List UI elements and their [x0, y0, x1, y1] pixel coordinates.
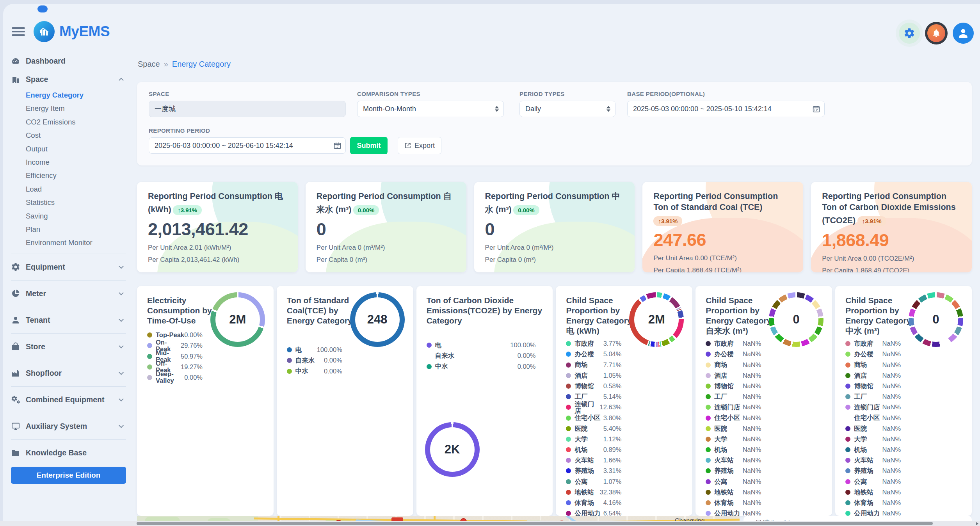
legend-item[interactable]: 体育场4.16%	[566, 498, 621, 508]
comparison-types-select[interactable]: Month-On-Month	[357, 101, 504, 117]
legend-item[interactable]: 电100.00%	[287, 345, 342, 355]
legend-item[interactable]: 养殖场NaN%	[706, 466, 761, 476]
sidebar-subitem-co2-emissions[interactable]: CO2 Emissions	[11, 116, 126, 129]
legend-item[interactable]: 商场NaN%	[706, 360, 761, 370]
sidebar-subitem-efficiency[interactable]: Efficiency	[11, 169, 126, 182]
legend-item[interactable]: 工厂NaN%	[845, 391, 901, 402]
space-input[interactable]	[149, 101, 346, 117]
legend-item[interactable]: 公寓NaN%	[706, 476, 761, 487]
legend-item[interactable]: 连锁门店12.63%	[566, 402, 621, 412]
legend-item[interactable]: 机场NaN%	[706, 444, 761, 455]
legend-item[interactable]: 体育场NaN%	[706, 498, 761, 508]
sidebar-item-dashboard[interactable]: Dashboard	[11, 52, 126, 70]
calendar-icon[interactable]	[812, 105, 820, 113]
legend-item[interactable]: 办公楼NaN%	[845, 349, 901, 359]
settings-gear-icon[interactable]	[899, 23, 920, 44]
export-button[interactable]: Export	[398, 137, 441, 154]
scrollbar-right-arrow-icon[interactable]	[976, 522, 978, 525]
sidebar-subitem-load[interactable]: Load	[11, 183, 126, 196]
period-types-select[interactable]: Daily	[519, 101, 615, 117]
legend-item[interactable]: 大学NaN%	[845, 434, 901, 444]
legend-item[interactable]: 地铁站32.38%	[566, 487, 621, 498]
legend-item[interactable]: 住宅小区NaN%	[845, 412, 901, 423]
legend-item[interactable]: 连锁门店NaN%	[845, 402, 901, 412]
legend-item[interactable]: 养殖场NaN%	[845, 466, 901, 476]
legend-item[interactable]: 连锁门店NaN%	[706, 402, 761, 412]
legend-item[interactable]: 公用动力6.54%	[566, 508, 621, 516]
breadcrumb-current[interactable]: Energy Category	[172, 60, 231, 69]
donut-chart[interactable]: 0	[769, 292, 823, 347]
sidebar-item-knowledge-base[interactable]: Knowledge Base	[11, 444, 126, 462]
legend-item[interactable]: 养殖场3.31%	[566, 466, 621, 476]
notifications-bell-icon[interactable]	[925, 22, 948, 44]
user-avatar-icon[interactable]	[953, 23, 974, 44]
legend-item[interactable]: 商场7.71%	[566, 360, 621, 370]
legend-item[interactable]: 医院NaN%	[706, 423, 761, 434]
reporting-period-input[interactable]: 2025-06-03 00:00:00 ~ 2025-06-10 15:42:1…	[149, 137, 346, 154]
legend-item[interactable]: Deep-Valley0.00%	[147, 372, 203, 383]
legend-item[interactable]: 体育场NaN%	[845, 498, 901, 508]
menu-icon[interactable]	[12, 27, 25, 37]
legend-item[interactable]: 中水0.00%	[287, 366, 342, 376]
legend-item[interactable]: 办公楼5.04%	[566, 349, 621, 359]
sidebar-subitem-income[interactable]: Income	[11, 156, 126, 169]
legend-item[interactable]: 大学NaN%	[706, 434, 761, 444]
legend-item[interactable]: 医院5.40%	[566, 423, 621, 434]
legend-item[interactable]: 市政府3.77%	[566, 338, 621, 349]
donut-chart[interactable]: 2K	[425, 422, 480, 477]
brand[interactable]: MyEMS	[34, 21, 110, 42]
legend-item[interactable]: 市政府NaN%	[845, 338, 901, 349]
sidebar-item-store[interactable]: Store	[11, 338, 126, 356]
legend-item[interactable]: 自来水0.00%	[287, 355, 342, 366]
enterprise-edition-button[interactable]: Enterprise Edition	[11, 467, 126, 484]
sidebar-item-equipment[interactable]: Equipment	[11, 258, 126, 276]
legend-item[interactable]: 医院NaN%	[845, 423, 901, 434]
legend-item[interactable]: 电100.00%	[427, 340, 536, 350]
sidebar-item-auxiliary-system[interactable]: Auxiliary System	[11, 417, 126, 435]
legend-item[interactable]: 大学1.12%	[566, 434, 621, 444]
sidebar-item-combined-equipment[interactable]: Combined Equipment	[11, 391, 126, 409]
sidebar-subitem-output[interactable]: Output	[11, 142, 126, 156]
sidebar-subitem-saving[interactable]: Saving	[11, 210, 126, 223]
sidebar-item-shopfloor[interactable]: Shopfloor	[11, 364, 126, 382]
breadcrumb-space-link[interactable]: Space	[138, 60, 160, 69]
donut-chart[interactable]: 2M	[629, 292, 684, 347]
legend-item[interactable]: 住宅小区NaN%	[706, 412, 761, 423]
legend-item[interactable]: 工厂NaN%	[706, 391, 761, 402]
legend-item[interactable]: 商场NaN%	[845, 360, 901, 370]
base-period-input[interactable]: 2025-05-03 00:00:00 ~ 2025-05-10 15:42:1…	[627, 101, 825, 117]
legend-item[interactable]: 机场0.89%	[566, 444, 621, 455]
sidebar-item-space[interactable]: Space	[11, 70, 126, 89]
legend-item[interactable]: 公用动力NaN%	[845, 508, 901, 516]
legend-item[interactable]: 火车站NaN%	[706, 455, 761, 466]
legend-item[interactable]: 火车站1.66%	[566, 455, 621, 466]
legend-item[interactable]: 地铁站NaN%	[845, 487, 901, 498]
legend-item[interactable]: 酒店NaN%	[845, 370, 901, 381]
legend-item[interactable]: 市政府NaN%	[706, 338, 761, 349]
legend-item[interactable]: 酒店NaN%	[706, 370, 761, 381]
sidebar-subitem-plan[interactable]: Plan	[11, 223, 126, 236]
sidebar-subitem-energy-item[interactable]: Energy Item	[11, 102, 126, 115]
calendar-icon[interactable]	[333, 142, 341, 150]
legend-item[interactable]: 地铁站NaN%	[706, 487, 761, 498]
legend-item[interactable]: 中水0.00%	[427, 361, 536, 371]
sidebar-subitem-statistics[interactable]: Statistics	[11, 196, 126, 209]
legend-item[interactable]: 博物馆NaN%	[845, 381, 901, 391]
legend-item[interactable]: 火车站NaN%	[845, 455, 901, 466]
donut-chart[interactable]: 2M	[210, 292, 265, 347]
legend-item[interactable]: 博物馆NaN%	[706, 381, 761, 391]
sidebar-subitem-energy-category[interactable]: Energy Category	[11, 89, 126, 102]
donut-chart[interactable]: 0	[909, 292, 963, 347]
legend-item[interactable]: 博物馆0.58%	[566, 381, 621, 391]
legend-item[interactable]: 酒店1.05%	[566, 370, 621, 381]
donut-chart[interactable]: 248	[350, 292, 405, 347]
sidebar-subitem-environment-monitor[interactable]: Environment Monitor	[11, 236, 126, 249]
sidebar-item-meter[interactable]: Meter	[11, 284, 126, 303]
legend-item[interactable]: 机场NaN%	[845, 444, 901, 455]
submit-button[interactable]: Submit	[350, 137, 388, 154]
legend-item[interactable]: 办公楼NaN%	[706, 349, 761, 359]
sidebar-subitem-cost[interactable]: Cost	[11, 129, 126, 142]
scrollbar-thumb[interactable]	[137, 522, 933, 525]
legend-item[interactable]: 公用动力NaN%	[706, 508, 761, 516]
legend-item[interactable]: 公寓1.07%	[566, 476, 621, 487]
